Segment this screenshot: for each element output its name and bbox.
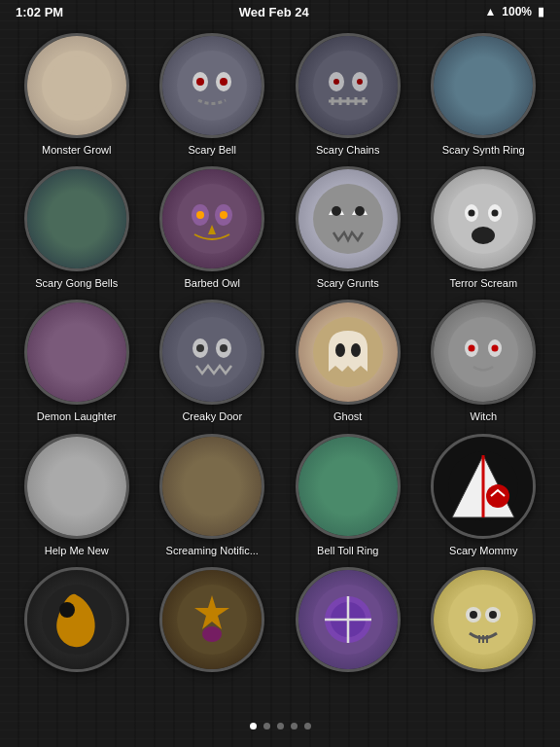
app-grid: Monster GrowlScary BellScary ChainsScary… — [0, 23, 560, 682]
grid-item-bottom-3[interactable] — [285, 567, 411, 672]
icon-wrapper-ghost — [296, 300, 401, 405]
grid-item-creaky-door[interactable]: Creaky Door — [150, 300, 276, 423]
icon-label-barbed-owl: Barbed Owl — [185, 277, 240, 290]
page-dot-0[interactable] — [250, 723, 257, 729]
icon-wrapper-help-me-new — [24, 434, 129, 539]
svg-point-64 — [448, 585, 518, 655]
grid-item-bottom-2[interactable] — [150, 567, 276, 672]
icon-wrapper-bottom-4 — [431, 567, 536, 672]
grid-item-monster-growl[interactable]: Monster Growl — [14, 33, 140, 157]
svg-point-37 — [177, 317, 247, 387]
icon-label-scary-mommy: Scary Mommy — [449, 545, 517, 557]
grid-item-scary-chains[interactable]: Scary Chains — [285, 33, 411, 157]
icon-wrapper-scary-chains — [296, 33, 401, 138]
icon-wrapper-scary-mommy — [431, 434, 536, 539]
status-time: 1:02 PM — [16, 5, 63, 19]
icon-wrapper-bell-toll-ring — [296, 434, 401, 539]
svg-point-14 — [333, 79, 339, 85]
icon-wrapper-scary-gong-bells — [24, 166, 129, 271]
svg-point-10 — [220, 78, 228, 86]
svg-point-68 — [489, 611, 497, 619]
icon-label-scary-bell: Scary Bell — [188, 144, 236, 157]
svg-rect-5 — [81, 101, 85, 109]
svg-point-43 — [335, 343, 345, 357]
grid-item-help-me-new[interactable]: Help Me New — [14, 434, 140, 557]
grid-item-bottom-4[interactable] — [421, 567, 547, 672]
svg-point-22 — [177, 184, 247, 254]
grid-item-scary-synth-ring[interactable]: Scary Synth Ring — [421, 33, 547, 157]
svg-point-11 — [313, 51, 383, 121]
grid-item-witch[interactable]: Witch — [421, 300, 547, 423]
icon-wrapper-terror-scream — [431, 166, 536, 271]
wifi-icon: ▲ — [484, 5, 496, 18]
page-indicator — [0, 717, 560, 735]
icon-wrapper-witch — [431, 300, 536, 405]
grid-item-screaming-notific[interactable]: Screaming Notific... — [150, 434, 276, 557]
icon-label-scary-synth-ring: Scary Synth Ring — [442, 144, 525, 157]
svg-point-49 — [492, 345, 499, 352]
icon-label-bell-toll-ring: Bell Toll Ring — [317, 545, 378, 557]
icon-label-monster-growl: Monster Growl — [42, 144, 112, 157]
svg-point-26 — [220, 211, 228, 219]
svg-point-48 — [469, 345, 475, 352]
icon-label-ghost: Ghost — [333, 410, 362, 423]
icon-wrapper-scary-grunts — [296, 166, 401, 271]
svg-point-67 — [470, 611, 477, 619]
svg-point-9 — [196, 78, 204, 86]
grid-item-demon-laughter[interactable]: Demon Laughter — [14, 300, 140, 423]
status-bar: 1:02 PM Wed Feb 24 ▲ 100% ▮ — [0, 0, 560, 23]
icon-label-terror-scream: Terror Scream — [449, 277, 517, 290]
svg-point-54 — [486, 484, 509, 508]
status-right: ▲ 100% ▮ — [484, 5, 544, 18]
svg-point-58 — [202, 626, 222, 642]
svg-point-0 — [42, 51, 112, 121]
grid-item-bottom-1[interactable] — [14, 567, 140, 672]
svg-point-15 — [357, 79, 363, 85]
grid-item-scary-mommy[interactable]: Scary Mommy — [421, 434, 547, 557]
battery-icon: ▮ — [538, 5, 544, 18]
icon-label-creaky-door: Creaky Door — [182, 410, 242, 423]
svg-point-35 — [492, 210, 499, 217]
icon-wrapper-scary-bell — [159, 33, 264, 138]
icon-label-witch: Witch — [471, 410, 498, 423]
svg-point-30 — [355, 206, 365, 216]
icon-wrapper-barbed-owl — [159, 166, 264, 271]
status-date: Wed Feb 24 — [239, 5, 309, 19]
svg-point-25 — [196, 211, 204, 219]
icon-wrapper-bottom-2 — [159, 567, 264, 672]
grid-item-terror-scream[interactable]: Terror Scream — [421, 166, 547, 290]
icon-wrapper-monster-growl — [24, 33, 129, 138]
icon-wrapper-screaming-notific — [159, 434, 264, 539]
icon-label-scary-gong-bells: Scary Gong Bells — [35, 277, 118, 290]
svg-rect-3 — [65, 101, 69, 109]
icon-wrapper-demon-laughter — [24, 300, 129, 405]
grid-item-scary-gong-bells[interactable]: Scary Gong Bells — [14, 166, 140, 290]
svg-point-41 — [220, 344, 228, 352]
page-dot-3[interactable] — [291, 723, 298, 729]
page-dot-4[interactable] — [304, 723, 311, 729]
grid-item-scary-grunts[interactable]: Scary Grunts — [285, 166, 411, 290]
icon-wrapper-creaky-door — [159, 300, 264, 405]
icon-wrapper-bottom-1 — [24, 567, 129, 672]
svg-point-34 — [469, 210, 475, 217]
icon-label-help-me-new: Help Me New — [45, 545, 109, 557]
icon-wrapper-scary-synth-ring — [431, 33, 536, 138]
svg-rect-2 — [83, 74, 94, 82]
page-dot-2[interactable] — [277, 723, 284, 729]
grid-item-scary-bell[interactable]: Scary Bell — [150, 33, 276, 157]
grid-item-barbed-owl[interactable]: Barbed Owl — [150, 166, 276, 290]
icon-label-scary-grunts: Scary Grunts — [317, 277, 379, 290]
grid-item-bell-toll-ring[interactable]: Bell Toll Ring — [285, 434, 411, 557]
svg-rect-4 — [73, 101, 77, 109]
page-dot-1[interactable] — [263, 723, 270, 729]
icon-label-demon-laughter: Demon Laughter — [37, 410, 117, 423]
grid-item-ghost[interactable]: Ghost — [285, 300, 411, 423]
battery-label: 100% — [502, 5, 532, 18]
svg-point-36 — [472, 227, 495, 244]
svg-point-56 — [59, 602, 75, 618]
svg-point-40 — [196, 344, 204, 352]
svg-rect-1 — [59, 74, 71, 82]
svg-point-44 — [351, 343, 361, 357]
svg-point-45 — [448, 317, 518, 387]
svg-point-6 — [177, 51, 247, 121]
